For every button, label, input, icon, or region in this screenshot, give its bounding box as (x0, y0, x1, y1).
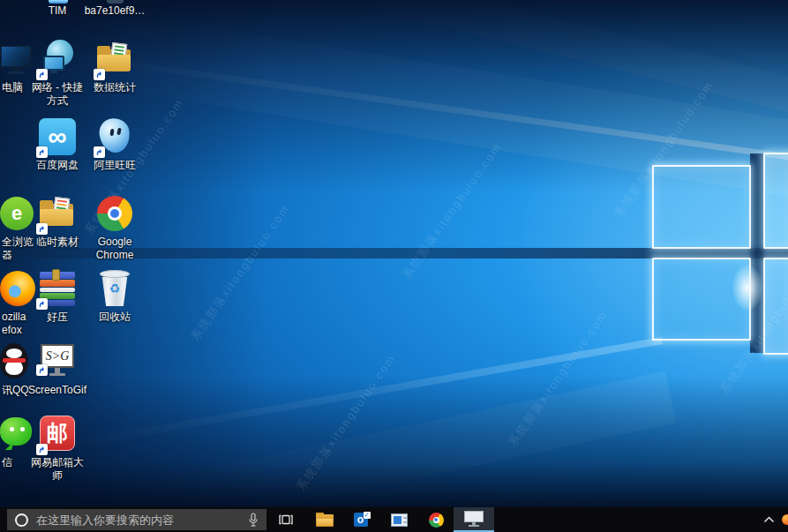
outlook-button[interactable]: o ✓ (344, 507, 379, 532)
taskbar-search-box[interactable] (7, 509, 266, 530)
icon-label: 回收站 (78, 311, 152, 324)
outlook-icon: o ✓ (354, 512, 371, 528)
chrome-icon (429, 513, 444, 528)
haozip-icon (38, 269, 77, 308)
icon-label: 数据统计 (78, 81, 152, 94)
desktop-icon-label[interactable]: ba7e10ef9… (78, 4, 152, 17)
network-icon (38, 40, 77, 79)
chevron-up-icon (763, 516, 775, 523)
icon-label: ScreenToGif (20, 384, 94, 397)
baidu-netdisk-icon: ∞ (38, 117, 77, 156)
desktop-icon-data-stats[interactable]: 数据统计 (78, 40, 152, 94)
task-view-icon (278, 512, 294, 528)
folder-icon (95, 40, 134, 79)
show-hidden-icons-button[interactable] (757, 507, 780, 532)
aliwangwang-icon (95, 117, 134, 156)
microphone-icon[interactable] (247, 513, 259, 528)
shortcut-arrow-icon (36, 146, 48, 158)
recycle-bin-icon: ♻ (95, 269, 134, 308)
chrome-icon (95, 194, 134, 233)
desktop-icon-tim-clipped[interactable] (49, 0, 68, 4)
shortcut-arrow-icon (36, 364, 48, 376)
shortcut-arrow-icon (94, 146, 105, 158)
blue-app-button[interactable] (381, 507, 417, 532)
blue-app-icon (391, 513, 408, 527)
tray-app-icon-clipped[interactable] (782, 514, 788, 525)
shortcut-arrow-icon (36, 298, 48, 310)
desktop-icon-aliwangwang[interactable]: 阿里旺旺 (78, 117, 152, 172)
desktop-icon-google-chrome[interactable]: GoogleChrome (78, 194, 152, 262)
cortana-icon (15, 513, 28, 527)
chrome-button[interactable] (418, 507, 454, 532)
task-view-button[interactable] (268, 507, 304, 532)
file-explorer-button[interactable] (307, 507, 342, 532)
icon-label: 网易邮箱大师 (20, 456, 94, 483)
desktop-icon-recycle-bin[interactable]: ♻ 回收站 (78, 269, 152, 324)
mail-master-icon: 邮 (38, 415, 77, 453)
shortcut-arrow-icon (36, 223, 48, 235)
search-input[interactable] (36, 513, 247, 527)
desktop-icon-mail-master[interactable]: 邮 网易邮箱大师 (20, 415, 94, 483)
folder-icon (38, 194, 77, 233)
desktop-icon-file-clipped[interactable] (107, 0, 124, 4)
screentogif-icon: S>G (38, 342, 77, 381)
shortcut-arrow-icon (36, 69, 48, 80)
screentogif-window-button[interactable] (454, 507, 494, 532)
icon-label: GoogleChrome (78, 236, 152, 262)
screentogif-window-icon (464, 511, 484, 527)
shortcut-arrow-icon (94, 69, 105, 80)
file-explorer-icon (316, 513, 334, 527)
windows-desktop: 系统部落xitongbuluo.com 系统部落xitongbuluo.com … (0, 0, 788, 532)
shortcut-arrow-icon (36, 444, 48, 455)
icon-label: 阿里旺旺 (78, 159, 152, 172)
desktop-icon-screentogif[interactable]: S>G ScreenToGif (20, 342, 94, 397)
taskbar: o ✓ (0, 507, 788, 532)
